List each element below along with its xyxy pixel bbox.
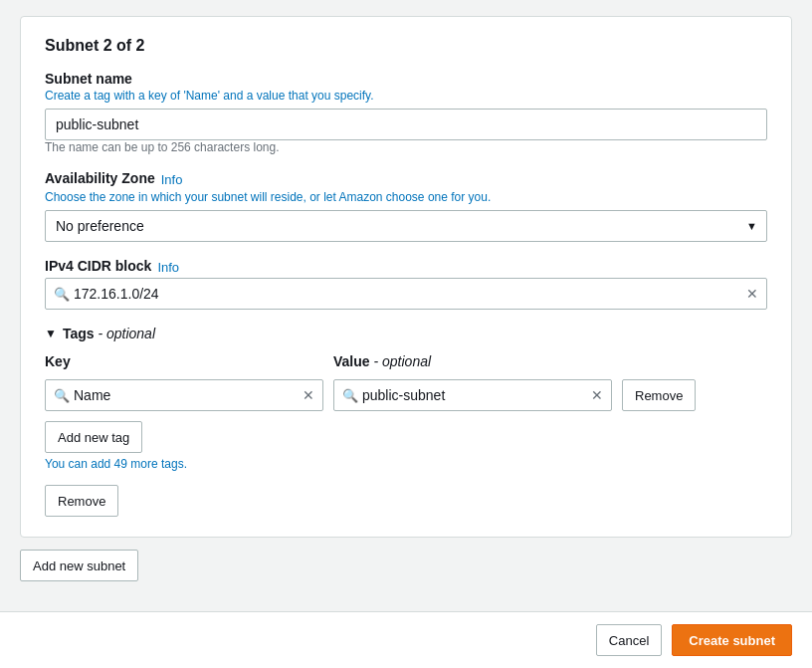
add-new-tag-button[interactable]: Add new tag xyxy=(45,421,142,453)
cidr-group: IPv4 CIDR block Info 🔍 ✕ xyxy=(45,258,767,310)
az-label: Availability Zone xyxy=(45,170,155,186)
tags-header[interactable]: ▼ Tags - optional xyxy=(45,326,767,341)
tag-value-search-icon: 🔍 xyxy=(342,388,358,403)
cidr-input-wrapper: 🔍 ✕ xyxy=(45,278,767,310)
az-label-row: Availability Zone Info xyxy=(45,170,767,188)
cidr-input[interactable] xyxy=(45,278,767,310)
tag-key-input-wrapper: 🔍 ✕ xyxy=(45,379,323,411)
az-select-wrapper: No preference us-east-1a us-east-1b us-e… xyxy=(45,210,767,242)
key-col-label: Key xyxy=(45,353,323,369)
tag-value-clear-icon[interactable]: ✕ xyxy=(591,387,603,403)
subnet-name-max-hint: The name can be up to 256 characters lon… xyxy=(45,140,767,154)
cidr-label: IPv4 CIDR block xyxy=(45,258,151,274)
subnet-name-hint: Create a tag with a key of 'Name' and a … xyxy=(45,89,767,103)
tag-key-search-icon: 🔍 xyxy=(54,388,70,403)
subnet-name-label: Subnet name xyxy=(45,71,767,87)
tags-value-col-header: Value - optional xyxy=(333,353,612,373)
subnet-name-group: Subnet name Create a tag with a key of '… xyxy=(45,71,767,154)
page-container: Subnet 2 of 2 Subnet name Create a tag w… xyxy=(0,0,812,668)
subnet-title: Subnet 2 of 2 xyxy=(45,37,767,55)
cidr-search-icon: 🔍 xyxy=(54,287,70,302)
tag-remove-col: Remove xyxy=(622,379,702,411)
cidr-clear-icon[interactable]: ✕ xyxy=(746,286,758,302)
remove-subnet-button[interactable]: Remove xyxy=(45,485,118,517)
az-select[interactable]: No preference us-east-1a us-east-1b us-e… xyxy=(45,210,767,242)
create-subnet-button[interactable]: Create subnet xyxy=(672,624,792,656)
az-info-link[interactable]: Info xyxy=(161,172,183,187)
remove-subnet-container: Remove xyxy=(45,485,767,517)
remove-tag-button[interactable]: Remove xyxy=(622,379,696,411)
cidr-label-row: IPv4 CIDR block Info xyxy=(45,258,767,276)
value-col-label: Value - optional xyxy=(333,353,612,369)
add-tag-hint: You can add 49 more tags. xyxy=(45,457,767,471)
tag-key-clear-icon[interactable]: ✕ xyxy=(303,387,314,403)
tag-key-col: 🔍 ✕ xyxy=(45,379,323,411)
az-group: Availability Zone Info Choose the zone i… xyxy=(45,170,767,242)
add-subnet-container: Add new subnet xyxy=(20,550,792,581)
tag-value-col: 🔍 ✕ xyxy=(333,379,612,411)
tag-row-1: 🔍 ✕ 🔍 ✕ Remove xyxy=(45,379,767,411)
tag-value-input-wrapper: 🔍 ✕ xyxy=(333,379,612,411)
footer-bar: Cancel Create subnet xyxy=(0,611,812,668)
tags-label: Tags - optional xyxy=(63,326,155,341)
tag-key-input[interactable] xyxy=(45,379,323,411)
tags-chevron-icon: ▼ xyxy=(45,327,57,340)
az-hint: Choose the zone in which your subnet wil… xyxy=(45,190,767,204)
tags-section: ▼ Tags - optional Key Value - optional xyxy=(45,326,767,471)
add-new-subnet-button[interactable]: Add new subnet xyxy=(20,550,138,581)
tags-row-header: Key Value - optional xyxy=(45,353,767,373)
cancel-button[interactable]: Cancel xyxy=(596,624,662,656)
subnet-name-input[interactable] xyxy=(45,109,767,140)
tag-value-input[interactable] xyxy=(333,379,612,411)
tags-key-col-header: Key xyxy=(45,353,323,373)
main-content: Subnet 2 of 2 Subnet name Create a tag w… xyxy=(0,0,812,611)
add-tag-container: Add new tag You can add 49 more tags. xyxy=(45,421,767,471)
cidr-info-link[interactable]: Info xyxy=(157,260,179,275)
subnet-card: Subnet 2 of 2 Subnet name Create a tag w… xyxy=(20,16,792,538)
